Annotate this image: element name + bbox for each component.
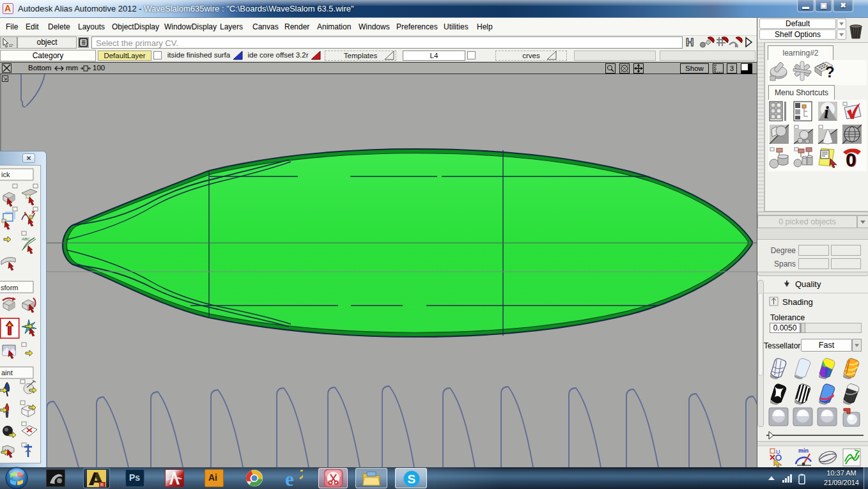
svg-text:U: U: [776, 449, 780, 455]
svg-text:e: e: [285, 469, 294, 487]
svg-text:?: ?: [825, 63, 834, 81]
svg-text:aint: aint: [1, 369, 13, 376]
svg-text:H: H: [686, 36, 694, 49]
svg-text:ick: ick: [1, 171, 10, 178]
svg-text:i: i: [824, 102, 829, 122]
svg-text:R: R: [100, 483, 104, 487]
svg-text:min: min: [798, 447, 809, 454]
svg-text:S: S: [408, 472, 416, 486]
svg-text:ABC: ABC: [21, 237, 30, 241]
svg-text:sform: sform: [1, 284, 19, 291]
svg-text:0: 0: [846, 150, 856, 170]
